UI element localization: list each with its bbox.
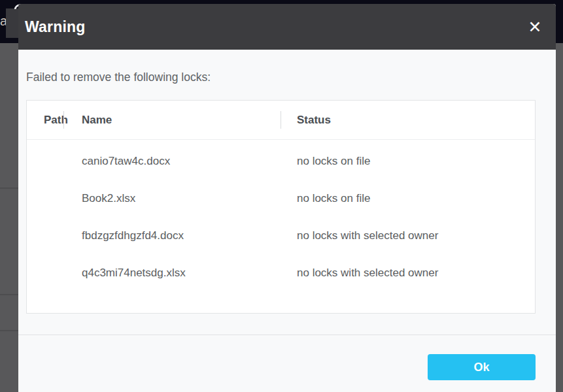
cell-status: no locks with selected owner (281, 217, 535, 254)
table-row: q4c3mi74netsdg.xlsxno locks with selecte… (27, 254, 535, 291)
cell-name: q4c3mi74netsdg.xlsx (64, 254, 281, 291)
column-header-name: Name (64, 101, 281, 139)
column-header-status: Status (281, 101, 535, 139)
dimmed-row-divider (0, 188, 18, 189)
ok-button[interactable]: Ok (428, 354, 536, 380)
table-row: Book2.xlsxno locks on file (27, 180, 535, 217)
cell-name: fbdzgzfdhgzfd4.docx (64, 217, 281, 254)
cell-status: no locks on file (281, 142, 535, 180)
table-header-row: Path Name Status (27, 101, 535, 140)
dimmed-row-divider (0, 330, 18, 331)
cell-status: no locks on file (281, 180, 535, 217)
table-row: fbdzgzfdhgzfd4.docxno locks with selecte… (27, 217, 535, 254)
dimmed-page-element (6, 8, 18, 38)
table-row: canio7taw4c.docxno locks on file (27, 142, 535, 180)
cell-path (27, 180, 64, 217)
cell-path (27, 142, 64, 180)
cell-name: Book2.xlsx (64, 180, 281, 217)
dimmed-row-divider (0, 294, 18, 295)
dialog-message: Failed to remove the following locks: (26, 71, 211, 84)
cell-status: no locks with selected owner (281, 254, 535, 291)
cell-name: canio7taw4c.docx (64, 142, 281, 180)
dialog-header: Warning ✕ (18, 4, 556, 50)
locks-table: Path Name Status canio7taw4c.docxno lock… (26, 100, 536, 314)
column-header-path: Path (27, 101, 64, 139)
table-body: canio7taw4c.docxno locks on fileBook2.xl… (27, 140, 535, 291)
dialog-title: Warning (25, 18, 86, 36)
cell-path (27, 217, 64, 254)
footer-divider (18, 335, 556, 335)
close-icon[interactable]: ✕ (524, 16, 545, 37)
cell-path (27, 254, 64, 291)
dimmed-page-text: a (0, 14, 6, 28)
warning-dialog: Warning ✕ Failed to remove the following… (18, 4, 556, 392)
